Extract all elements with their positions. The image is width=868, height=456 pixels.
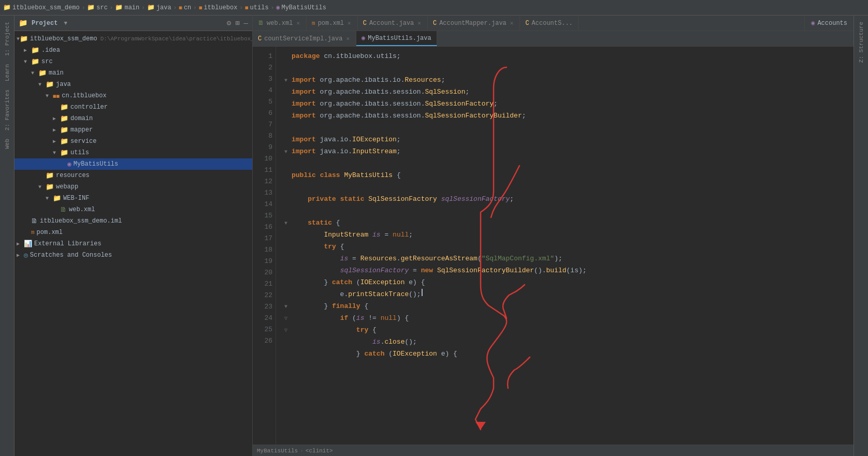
tab-close-pom-xml[interactable]: ✕ [346, 20, 352, 26]
code-editor[interactable]: 1 2 3 4 5 6 7 8 9 10 11 12 13 14 15 16 1… [253, 47, 853, 445]
tree-item-service[interactable]: ▶ 📁 service [15, 136, 252, 147]
breadcrumb-separator: › [82, 5, 85, 11]
tree-item-external-libraries[interactable]: ▶ 📊 External Libraries [15, 238, 252, 249]
breadcrumb-item[interactable]: ◼ itbluebox [199, 4, 237, 11]
breadcrumb-class: MyBatisUtils [257, 448, 298, 454]
breadcrumb-separator: › [141, 5, 145, 11]
sidebar-item-structure[interactable]: Z: Structure [856, 18, 866, 67]
code-line-2 [284, 63, 853, 75]
status-bar: MyBatisUtils › <clinit> [253, 445, 853, 456]
tab-account-java[interactable]: C Account.java ✕ [358, 16, 428, 31]
tree-item-main[interactable]: ▼ 📁 main [15, 67, 252, 79]
code-line-24: ▽ try { [284, 325, 853, 336]
gear-icon[interactable]: ⊞ [235, 19, 239, 27]
xml-icon: 🗎 [258, 19, 264, 27]
breadcrumb-separator: › [271, 5, 274, 11]
tab-accounts[interactable]: C AccountS... [520, 16, 578, 31]
tree-item-src[interactable]: ▼ 📁 src [15, 56, 252, 67]
breadcrumb-method: <clinit> [306, 448, 333, 454]
breadcrumb-item[interactable]: ◼ utils [245, 4, 269, 11]
left-toolbar: 1: Project Learn 2: Favorites Web [0, 16, 15, 456]
maven-icon: m [312, 20, 315, 26]
code-line-11: public class MyBatisUtils { [284, 170, 853, 182]
right-toolbar: Z: Structure [853, 16, 868, 456]
tree-item-controller[interactable]: ▶ 📁 controller [15, 101, 252, 113]
code-line-6: import org.apache.ibatis.session.SqlSess… [284, 110, 853, 122]
code-line-10 [284, 158, 853, 170]
tab-close-account-mapper-java[interactable]: ✕ [509, 20, 515, 26]
tree-item-java[interactable]: ▼ 📁 java [15, 79, 252, 90]
code-line-12 [284, 182, 853, 194]
code-line-23: ▽ if (is != null) { [284, 313, 853, 325]
java-icon: C [363, 20, 367, 27]
editor-tabs-row1: 🗎 web.xml ✕ m pom.xml ✕ C Account.java ✕… [253, 16, 853, 31]
code-line-26: } catch (IOException e) { [284, 348, 853, 360]
tab-pom-xml[interactable]: m pom.xml ✕ [307, 16, 358, 31]
code-line-20: } catch (IOException e) { [284, 277, 853, 289]
tree-item-mybatisutils[interactable]: ▶ ◉ MyBatisUtils [15, 158, 252, 170]
tab-close-account-java[interactable]: ✕ [416, 20, 422, 26]
code-line-1: package cn.itbluebox.utils; [284, 51, 853, 63]
line-numbers: 1 2 3 4 5 6 7 8 9 10 11 12 13 14 15 16 1… [253, 47, 276, 445]
tree-item-webapp[interactable]: ▼ 📁 webapp [15, 181, 252, 193]
code-line-17: try { [284, 241, 853, 253]
code-line-15: ▼ static { [284, 217, 853, 229]
breadcrumb-item[interactable]: 📁 java [147, 4, 171, 11]
code-content[interactable]: package cn.itbluebox.utils; ▼ import org… [276, 47, 853, 445]
sidebar-item-web[interactable]: Web [2, 135, 12, 153]
breadcrumb-separator: › [110, 5, 113, 11]
project-panel: 📁 Project ▼ ⚙ ⊞ — ▼ 📁 itbluebox_ssm_demo… [15, 16, 253, 456]
code-line-13: private static SqlSessionFactory sqlSess… [284, 194, 853, 205]
tree-item-iml[interactable]: ▶ 🗎 itbluebox_ssm_demo.iml [15, 215, 252, 227]
tab-web-xml[interactable]: 🗎 web.xml ✕ [253, 16, 307, 31]
sidebar-item-learn[interactable]: Learn [2, 60, 12, 85]
minimize-icon[interactable]: — [244, 19, 248, 27]
tab-account-mapper-java[interactable]: C AccountMapper.java ✕ [428, 16, 520, 31]
tab-count-service-impl[interactable]: C countServiceImpl.java ✕ [253, 31, 356, 46]
project-dropdown-arrow[interactable]: ▼ [64, 20, 67, 26]
tree-item-idea[interactable]: ▶ 📁 .idea [15, 45, 252, 56]
tree-item-pom-xml[interactable]: ▶ m pom.xml [15, 227, 252, 238]
breadcrumb-item[interactable]: 📁 itbluebox_ssm_demo [3, 4, 80, 11]
settings-icon[interactable]: ⚙ [227, 19, 231, 27]
tree-item-webinf[interactable]: ▼ 📁 WEB-INF [15, 193, 252, 204]
tree-item-scratches[interactable]: ▶ ◎ Scratches and Consoles [15, 249, 252, 261]
accounts-icon: ◉ [811, 19, 815, 27]
tab-close-web-xml[interactable]: ✕ [295, 20, 301, 26]
code-line-14 [284, 205, 853, 217]
project-title: Project [32, 20, 57, 27]
accounts-button[interactable]: ◉ Accounts [804, 16, 853, 31]
breadcrumb-bar: 📁 itbluebox_ssm_demo › 📁 src › 📁 main › … [0, 0, 868, 16]
tab-close-count-service-impl[interactable]: ✕ [345, 35, 351, 42]
code-line-19: sqlSessionFactory = new SqlSessionFactor… [284, 265, 853, 277]
breadcrumb-item[interactable]: 📁 main [115, 4, 139, 11]
breadcrumb-item[interactable]: ◉ MyBatisUtils [276, 4, 326, 11]
tree-item-mapper[interactable]: ▶ 📁 mapper [15, 124, 252, 136]
code-line-9: ▼ import java.io.InputStream; [284, 146, 853, 158]
breadcrumb-separator: › [239, 5, 243, 11]
project-tree: ▼ 📁 itbluebox_ssm_demo D:\AProgramWorkSp… [15, 31, 252, 456]
folder-icon: 📁 [19, 19, 27, 27]
tree-item-root[interactable]: ▼ 📁 itbluebox_ssm_demo D:\AProgramWorkSp… [15, 33, 252, 45]
code-breadcrumb: MyBatisUtils › <clinit> [257, 448, 333, 454]
code-line-4: import org.apache.ibatis.session.SqlSess… [284, 86, 853, 98]
tree-item-web-xml[interactable]: ▶ 🗎 web.xml [15, 204, 252, 215]
breadcrumb-item[interactable]: 📁 src [87, 4, 108, 11]
tree-item-domain[interactable]: ▶ 📁 domain [15, 113, 252, 124]
project-header: 📁 Project ▼ ⚙ ⊞ — [15, 16, 252, 31]
tree-item-utils[interactable]: ▼ 📁 utils [15, 147, 252, 158]
editor-tabs-row2: C countServiceImpl.java ✕ ◉ MyBatisUtils… [253, 31, 853, 47]
breadcrumb-item[interactable]: ◼ cn [179, 4, 191, 11]
code-line-7 [284, 122, 853, 134]
sidebar-item-favorites[interactable]: 2: Favorites [2, 85, 12, 135]
tree-item-cn-itbluebox[interactable]: ▼ ◼◼ cn.itbluebox [15, 90, 252, 101]
code-line-16: InputStream is = null; [284, 229, 853, 241]
java-icon: C [433, 20, 437, 27]
breadcrumb-separator: › [193, 5, 197, 11]
java-icon: C [258, 35, 262, 42]
tab-mybatis-utils[interactable]: ◉ MyBatisUtils.java [356, 31, 437, 46]
tree-item-resources[interactable]: ▶ 📁 resources [15, 170, 252, 181]
code-line-25: is.close(); [284, 336, 853, 348]
mybatis-icon: ◉ [361, 34, 365, 42]
sidebar-item-project[interactable]: 1: Project [2, 18, 12, 60]
